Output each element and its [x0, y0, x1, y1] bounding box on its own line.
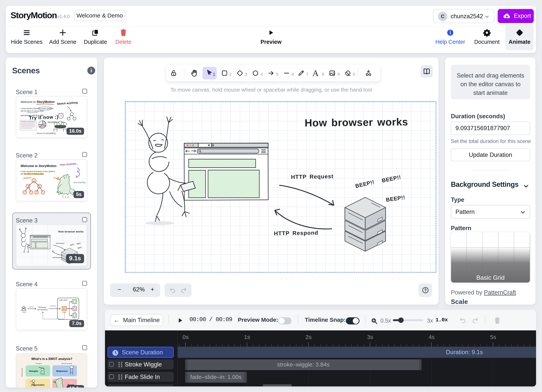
svg-text:S3: S3: [74, 318, 76, 320]
svg-text:Lambda: Lambda: [62, 312, 66, 313]
svg-text:Create standout hand-drawn mot: Create standout hand-drawn motion graphi…: [21, 170, 55, 172]
svg-text:with the effort of making slid: with the effort of making slides.: [20, 173, 44, 175]
svg-text:Git repository: Git repository: [38, 309, 48, 310]
svg-text:HTTP Respond: HTTP Respond: [274, 230, 318, 236]
svg-text:Sketch anything: Sketch anything: [57, 101, 78, 105]
svg-text:Weaknesses: Weaknesses: [56, 370, 68, 372]
svg-text:Then Animate...: Then Animate...: [60, 162, 78, 166]
svg-text:BEEP!!: BEEP!!: [385, 194, 406, 203]
svg-text:λ: λ: [63, 307, 65, 310]
svg-text:The not-so-good: The not-so-good: [61, 363, 72, 364]
svg-text:StoryMotion: StoryMotion: [37, 100, 54, 103]
svg-text:S3 webhook: S3 webhook: [50, 305, 56, 307]
svg-text:How browser works: How browser works: [305, 116, 408, 129]
svg-text:Opportunities: Opportunities: [32, 384, 44, 386]
svg-text:git push: git push: [29, 306, 33, 307]
svg-text:Third-party: Third-party: [38, 306, 46, 308]
svg-text:with the effort of making slid: with the effort of making slides.: [20, 110, 44, 112]
svg-text:draw anything~: draw anything~: [73, 181, 86, 184]
svg-text:What's in a SWOT analysis?: What's in a SWOT analysis?: [31, 357, 72, 360]
svg-text:... focus on storytelling...: ... focus on storytelling...: [35, 132, 57, 134]
svg-text:Welcome to StoryMotion: Welcome to StoryMotion: [21, 164, 56, 168]
svg-text:AWS Cloud: AWS Cloud: [59, 299, 67, 301]
svg-text:Users: Users: [22, 311, 26, 313]
svg-text:BEEP!!: BEEP!!: [381, 174, 401, 184]
svg-text:HTTP Request: HTTP Request: [291, 173, 334, 180]
svg-text:Create standout education moti: Create standout education motion graphic…: [21, 108, 54, 109]
svg-text:How browser works: How browser works: [58, 230, 84, 233]
svg-text:what we've got: what we've got: [21, 368, 23, 377]
svg-text:BEEP!!: BEEP!!: [355, 179, 375, 189]
svg-text:Try it now :): Try it now :): [29, 114, 59, 120]
svg-text:Welcome to: Welcome to: [21, 100, 36, 103]
svg-text:KMS: KMS: [74, 311, 76, 313]
svg-text:Strengths: Strengths: [29, 370, 38, 372]
svg-text:The good: The good: [36, 363, 42, 364]
svg-text:sketch!!: sketch!!: [23, 176, 31, 179]
svg-text:S3: S3: [74, 305, 76, 306]
